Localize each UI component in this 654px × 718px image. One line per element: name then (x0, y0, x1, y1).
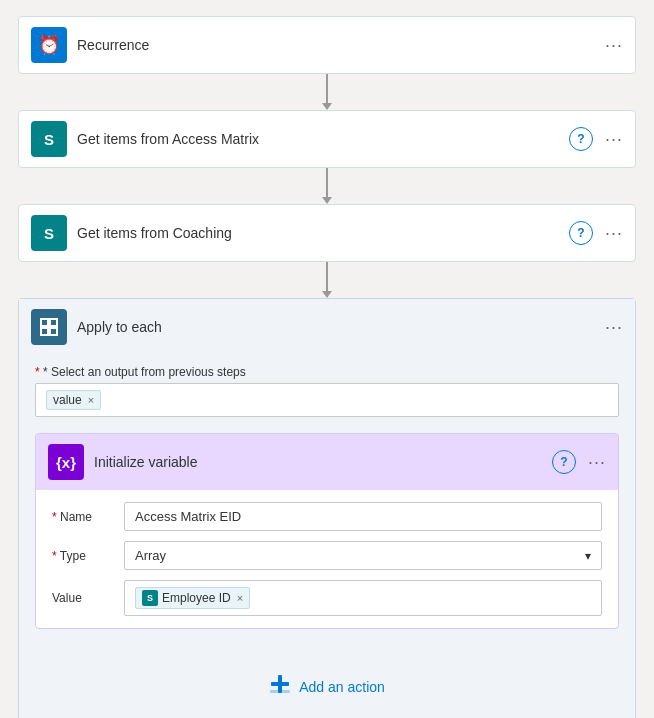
svg-rect-2 (41, 328, 48, 335)
svg-rect-3 (50, 328, 57, 335)
value-token: value × (46, 390, 101, 410)
add-action-label: Add an action (299, 679, 385, 695)
sharepoint-icon-1: S (44, 131, 54, 148)
get-items-coaching-icon: S (31, 215, 67, 251)
connector-3 (322, 262, 332, 298)
init-variable-help[interactable]: ? (552, 450, 576, 474)
name-input[interactable] (124, 502, 602, 531)
get-items-coaching-more-menu[interactable]: ··· (605, 223, 623, 244)
connector-1 (322, 74, 332, 110)
type-select-value: Array (135, 548, 166, 563)
get-items-coaching-card: S Get items from Coaching ? ··· (18, 204, 636, 262)
connector-line-1 (326, 74, 328, 103)
connector-arrow-3 (322, 291, 332, 298)
select-output-section: * * Select an output from previous steps… (35, 365, 619, 417)
add-action-icon (269, 673, 291, 700)
svg-rect-0 (41, 319, 48, 326)
type-select[interactable]: Array ▾ (124, 541, 602, 570)
chevron-down-icon: ▾ (585, 549, 591, 563)
svg-rect-5 (271, 682, 289, 686)
flow-canvas: ⏰ Recurrence ··· S Get items from Access… (16, 16, 638, 718)
add-action-area: Add an action (35, 645, 619, 716)
apply-to-each-title: Apply to each (77, 319, 595, 335)
connector-arrow-2 (322, 197, 332, 204)
name-label: * Name (52, 510, 112, 524)
init-variable-header: {x} Initialize variable ? ··· (36, 434, 618, 490)
init-variable-icon: {x} (48, 444, 84, 480)
connector-line-3 (326, 262, 328, 291)
init-variable-card: {x} Initialize variable ? ··· * Name (35, 433, 619, 629)
get-items-access-card: S Get items from Access Matrix ? ··· (18, 110, 636, 168)
apply-to-each-icon (31, 309, 67, 345)
value-token-label: value (53, 393, 82, 407)
init-variable-body: * Name * Type Array ▾ Valu (36, 490, 618, 628)
value-label-text: Value (52, 591, 82, 605)
employee-id-token-label: Employee ID (162, 591, 231, 605)
value-token-remove[interactable]: × (88, 394, 94, 406)
employee-id-token: S Employee ID × (135, 587, 250, 609)
svg-rect-1 (50, 319, 57, 326)
get-items-coaching-actions: ? ··· (569, 221, 623, 245)
value-row: Value S Employee ID × (52, 580, 602, 616)
apply-to-each-body: * * Select an output from previous steps… (19, 355, 635, 718)
init-variable-actions: ? ··· (552, 450, 606, 474)
add-action-button[interactable]: Add an action (253, 665, 401, 708)
type-row: * Type Array ▾ (52, 541, 602, 570)
apply-to-each-more-menu[interactable]: ··· (605, 317, 623, 338)
connector-line-2 (326, 168, 328, 197)
select-output-label-text: * Select an output from previous steps (43, 365, 246, 379)
get-items-access-more-menu[interactable]: ··· (605, 129, 623, 150)
get-items-access-title: Get items from Access Matrix (77, 131, 559, 147)
employee-id-token-remove[interactable]: × (237, 592, 243, 604)
select-output-label: * * Select an output from previous steps (35, 365, 619, 379)
sharepoint-icon-2: S (44, 225, 54, 242)
value-label: Value (52, 591, 112, 605)
select-output-input[interactable]: value × (35, 383, 619, 417)
recurrence-more-menu[interactable]: ··· (605, 35, 623, 56)
init-variable-more-menu[interactable]: ··· (588, 452, 606, 473)
employee-id-token-icon: S (142, 590, 158, 606)
connector-arrow-1 (322, 103, 332, 110)
type-label-text: Type (60, 549, 86, 563)
recurrence-actions: ··· (605, 35, 623, 56)
get-items-coaching-title: Get items from Coaching (77, 225, 559, 241)
svg-rect-6 (270, 690, 290, 693)
get-items-access-actions: ? ··· (569, 127, 623, 151)
connector-2 (322, 168, 332, 204)
get-items-access-help[interactable]: ? (569, 127, 593, 151)
value-token-input[interactable]: S Employee ID × (124, 580, 602, 616)
recurrence-icon: ⏰ (31, 27, 67, 63)
init-variable-title: Initialize variable (94, 454, 542, 470)
apply-to-each-container: Apply to each ··· * * Select an output f… (18, 298, 636, 718)
recurrence-card: ⏰ Recurrence ··· (18, 16, 636, 74)
add-action-svg (269, 673, 291, 695)
get-items-coaching-help[interactable]: ? (569, 221, 593, 245)
type-label: * Type (52, 549, 112, 563)
recurrence-title: Recurrence (77, 37, 595, 53)
loop-svg (39, 317, 59, 337)
name-label-text: Name (60, 510, 92, 524)
name-row: * Name (52, 502, 602, 531)
sharepoint-token-icon: S (147, 593, 153, 603)
get-items-access-icon: S (31, 121, 67, 157)
apply-to-each-header: Apply to each ··· (19, 299, 635, 355)
